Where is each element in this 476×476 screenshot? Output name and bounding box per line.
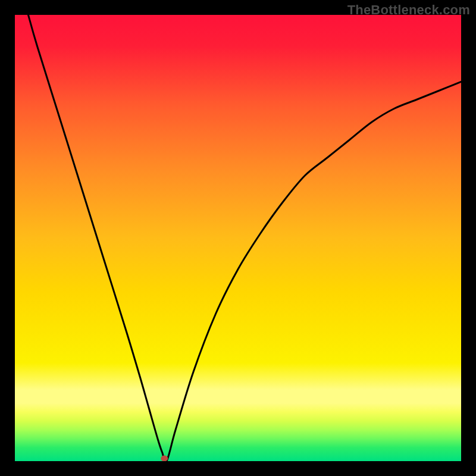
- plot-area: [15, 15, 461, 461]
- chart-svg: [15, 15, 461, 461]
- gradient-background: [15, 15, 461, 461]
- chart-frame: TheBottleneck.com: [0, 0, 476, 476]
- watermark-text: TheBottleneck.com: [347, 2, 470, 18]
